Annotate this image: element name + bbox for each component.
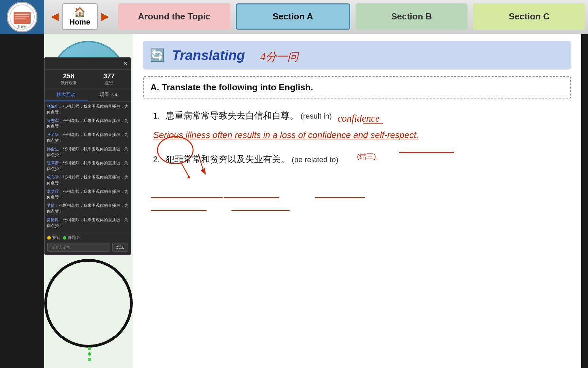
question-2-number: 2. xyxy=(153,155,160,164)
sender-7: 李艾霆 xyxy=(47,189,59,194)
handwriting-annotation: 4分一问 xyxy=(259,45,320,65)
sender-3: 张了啥 xyxy=(47,132,59,137)
nav-arrow-left[interactable]: ◀ xyxy=(51,11,59,22)
question-2-chinese: 犯罪常常和贫穷以及失业有关。 xyxy=(166,154,290,164)
sender-2: 薛志军 xyxy=(47,118,59,123)
nav-home-section: ◀ 🏠 Home ▶ xyxy=(44,3,115,30)
question-1-chinese: 患重病常常导致失去自信和自尊。 xyxy=(166,110,298,121)
task-box: A. Translate the following into English. xyxy=(143,76,571,98)
chat-panel: ✕ 258 累计观看 377 点赞 聊大互动 观看 256 张婉琪：张桐老师，我… xyxy=(44,57,131,255)
chat-close-button[interactable]: ✕ xyxy=(123,60,128,67)
svg-text:外研社: 外研社 xyxy=(18,25,27,29)
chat-message-9: 贾博冉：张桐老师，我来围观你的直播啦，为你点赞！ xyxy=(47,217,129,229)
translating-header: 🔄 Translating 4分一问 xyxy=(143,41,571,70)
sender-6: 成心堂 xyxy=(47,175,59,180)
chat-message-2: 薛志军：张桐老师，我来围观你的直播啦，为你点赞！ xyxy=(47,118,129,129)
tab-around-topic[interactable]: Around the Topic xyxy=(118,3,230,30)
chat-tab-watch[interactable]: 观看 256 xyxy=(88,89,131,101)
green-dot-1 xyxy=(88,347,91,350)
chat-tab-interact[interactable]: 聊大互动 xyxy=(45,89,88,101)
logo-area: 外研社 xyxy=(0,0,44,34)
chat-message-5: 崔潇萧：张桐老师，我来围观你的直播啦，为你点赞！ xyxy=(47,160,129,172)
svg-text:4分一问: 4分一问 xyxy=(260,50,299,63)
chat-message-4: 孙金生：张桐老师，我来围观你的直播啦，为你点赞！ xyxy=(47,146,129,158)
question-1: 1. 患重病常常导致失去自信和自尊。 (result in) Serious i… xyxy=(143,109,571,142)
chat-footer: 签到 答题卡 发送 xyxy=(45,232,131,255)
question-2-hint: (be related to) xyxy=(292,155,338,164)
chat-message-6: 成心堂：张桐老师，我来围观你的直播啦，为你点赞！ xyxy=(47,174,129,186)
tab-section-a[interactable]: Section A xyxy=(236,3,350,30)
green-dots xyxy=(88,347,91,361)
svg-rect-4 xyxy=(15,18,26,19)
green-dot-2 xyxy=(88,352,91,356)
nav-tabs: Around the Topic Section A Section B Sec… xyxy=(115,0,588,33)
chat-messages: 张婉琪：张桐老师，我来围观你的直播啦，为你点赞！ 薛志军：张桐老师，我来围观你的… xyxy=(45,102,131,232)
chat-actions: 签到 答题卡 xyxy=(47,235,128,241)
tab-section-c[interactable]: Section C xyxy=(473,3,585,30)
logo: 外研社 xyxy=(7,2,37,32)
chat-stats: 258 累计观看 377 点赞 xyxy=(45,70,131,89)
answer-card-icon xyxy=(63,236,66,240)
stat-views-label: 累计观看 xyxy=(61,80,77,86)
stat-likes: 377 点赞 xyxy=(103,72,115,86)
answer-card-button[interactable]: 答题卡 xyxy=(63,235,80,241)
chat-message-7: 李艾霆：张桐老师，我来围观你的直播啦，为你点赞！ xyxy=(47,189,129,200)
home-button[interactable]: 🏠 Home xyxy=(62,3,98,30)
task-title: A. Translate the following into English. xyxy=(150,82,313,92)
sender-8: 吴倩 xyxy=(47,203,55,208)
svg-rect-2 xyxy=(15,14,29,15)
nav-bar: ◀ 🏠 Home ▶ Around the Topic Section A Se… xyxy=(44,0,588,34)
chat-message-3: 张了啥：张桐老师，我来围观你的直播啦，为你点赞！ xyxy=(47,132,129,143)
question-1-number: 1. xyxy=(153,111,160,120)
chat-send-button[interactable]: 发送 xyxy=(112,243,128,252)
tab-section-b[interactable]: Section B xyxy=(356,3,468,30)
svg-rect-3 xyxy=(15,16,29,17)
stat-views: 258 累计观看 xyxy=(61,72,77,86)
warming-big-circle xyxy=(44,259,133,348)
stat-views-number: 258 xyxy=(61,72,77,80)
answer-card-label: 答题卡 xyxy=(68,235,80,241)
sender-1: 张婉琪 xyxy=(47,104,59,109)
signin-button[interactable]: 签到 xyxy=(47,235,60,241)
stat-likes-label: 点赞 xyxy=(103,80,115,86)
question-1-answer: Serious illness often results in a loss … xyxy=(153,128,571,142)
translating-title: Translating xyxy=(172,48,245,63)
chat-message-8: 吴倩：张跃桐老师，我来围观你的直播啦，为你点赞！ xyxy=(47,203,129,214)
signin-label: 签到 xyxy=(52,235,60,241)
sender-5: 崔潇萧 xyxy=(47,160,59,165)
home-icon: 🏠 xyxy=(74,6,86,18)
svg-marker-9 xyxy=(187,175,191,179)
question-1-hint: (result in) xyxy=(300,112,332,120)
chat-input-row: 发送 xyxy=(47,243,128,252)
chat-tabs: 聊大互动 观看 256 xyxy=(45,89,131,102)
chat-input-field[interactable] xyxy=(47,243,110,252)
green-dot-3 xyxy=(88,358,91,361)
chat-message-1: 张婉琪：张桐老师，我来围观你的直播啦，为你点赞！ xyxy=(47,104,129,115)
chat-header: ✕ xyxy=(45,58,131,70)
nav-arrow-right[interactable]: ▶ xyxy=(101,11,109,22)
stat-likes-number: 377 xyxy=(103,72,115,80)
sender-4: 孙金生 xyxy=(47,147,59,151)
home-label: Home xyxy=(69,18,90,27)
signin-icon xyxy=(47,236,51,240)
question-2: 2. 犯罪常常和贫穷以及失业有关。 (be related to) xyxy=(143,152,571,167)
main-content: 🔄 Translating 4分一问 A. Translate the foll… xyxy=(133,34,581,368)
refresh-icon[interactable]: 🔄 xyxy=(150,48,165,62)
sender-9: 贾博冉 xyxy=(47,217,59,222)
